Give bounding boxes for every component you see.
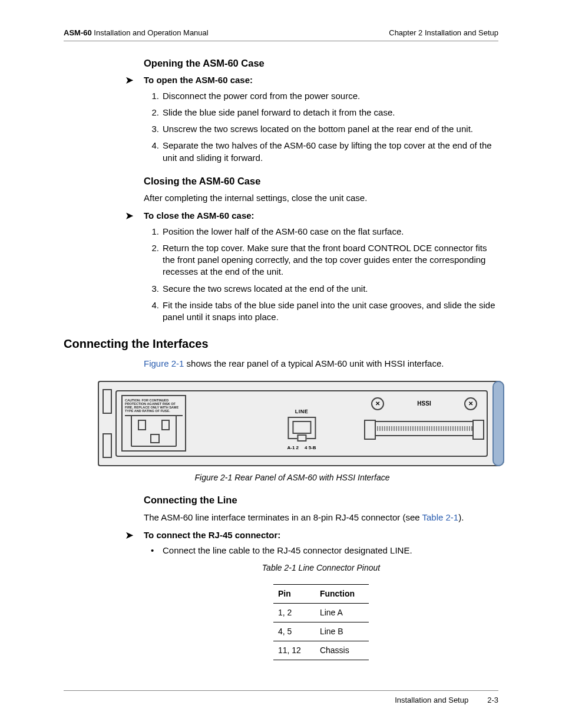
col-header-pin: Pin (273, 585, 315, 604)
line-intro: The ASM-60 line interface terminates in … (144, 512, 498, 523)
line-label: LINE (287, 408, 316, 415)
header-right: Chapter 2 Installation and Setup (389, 28, 498, 37)
device-panel-illustration: CAUTION: FOR CONTINUED PROTECTION AGAINS… (80, 381, 504, 466)
table-link[interactable]: Table 2-1 (422, 512, 458, 522)
rj45-lead-text: To connect the RJ-45 connector: (144, 530, 280, 540)
table-row: 11, 12 Chassis (273, 641, 369, 660)
heading-connecting-line: Connecting the Line (144, 493, 498, 506)
table-caption: Table 2-1 Line Connector Pinout (144, 562, 498, 574)
list-item: 1.Position the lower half of the ASM-60 … (163, 226, 498, 238)
hssi-connector-icon (373, 421, 475, 436)
open-steps-list: 1.Disconnect the power cord from the pow… (144, 90, 498, 164)
list-item: 2.Slide the blue side panel forward to d… (163, 107, 498, 118)
page-header: ASM-60 Installation and Operation Manual… (64, 28, 498, 41)
line-port-area: LINE A-1 2 4 5-B (287, 408, 316, 452)
header-manual: Installation and Operation Manual (92, 28, 209, 37)
list-item: 1.Disconnect the power cord from the pow… (163, 90, 498, 102)
open-lead-text: To open the ASM-60 case: (144, 75, 253, 85)
list-item: 2.Return the top cover. Make sure that t… (163, 242, 498, 278)
hssi-port-area: ✕ HSSI ✕ (371, 397, 477, 436)
arrow-icon: ➤ (125, 210, 134, 221)
figure-caption: Figure 2-1 Rear Panel of ASM-60 with HSS… (80, 472, 504, 483)
col-header-function: Function (315, 585, 369, 604)
header-product: ASM-60 (64, 28, 92, 37)
hssi-label: HSSI (417, 400, 431, 408)
page-footer: Installation and Setup 2-3 (64, 690, 498, 704)
blue-side-panel (492, 381, 504, 466)
list-item: 4.Separate the two halves of the ASM-60 … (163, 140, 498, 164)
list-item: 3.Unscrew the two screws located on the … (163, 123, 498, 135)
power-socket (131, 415, 177, 447)
procedure-lead-open: ➤ To open the ASM-60 case: (144, 74, 498, 86)
procedure-lead-rj45: ➤ To connect the RJ-45 connector: (144, 529, 498, 541)
pin-label-left: A-1 2 (287, 445, 299, 452)
figure-rear-panel: CAUTION: FOR CONTINUED PROTECTION AGAINS… (80, 381, 504, 466)
screw-icon: ✕ (371, 397, 384, 410)
table-row: 1, 2 Line A (273, 604, 369, 622)
power-supply-module: CAUTION: FOR CONTINUED PROTECTION AGAINS… (121, 395, 186, 452)
arrow-icon: ➤ (125, 530, 134, 541)
close-lead-text: To close the ASM-60 case: (144, 210, 254, 220)
rj45-bullet-list: Connect the line cable to the RJ-45 conn… (144, 545, 498, 556)
heading-opening-case: Opening the ASM-60 Case (144, 57, 498, 70)
screw-icon: ✕ (464, 397, 477, 410)
heading-connecting-interfaces: Connecting the Interfaces (64, 336, 498, 352)
pin-label-right: 4 5-B (305, 445, 316, 452)
table-header-row: Pin Function (273, 585, 369, 604)
footer-page-number: 2-3 (487, 696, 498, 704)
rj45-port-icon (287, 417, 316, 439)
caution-label: CAUTION: FOR CONTINUED PROTECTION AGAINS… (125, 398, 183, 416)
pinout-table: Pin Function 1, 2 Line A 4, 5 Line B 11,… (273, 584, 369, 660)
list-item: 4.Fit the inside tabs of the blue side p… (163, 299, 498, 324)
conn-intro: Figure 2-1 shows the rear panel of a typ… (144, 358, 498, 370)
header-left: ASM-60 Installation and Operation Manual (64, 28, 209, 37)
close-steps-list: 1.Position the lower half of the ASM-60 … (144, 226, 498, 324)
table-row: 4, 5 Line B (273, 622, 369, 641)
heading-closing-case: Closing the ASM-60 Case (144, 174, 498, 187)
list-item: Connect the line cable to the RJ-45 conn… (163, 545, 498, 556)
close-intro: After completing the internal settings, … (144, 192, 498, 204)
arrow-icon: ➤ (125, 75, 134, 85)
figure-link[interactable]: Figure 2-1 (144, 358, 184, 368)
procedure-lead-close: ➤ To close the ASM-60 case: (144, 210, 498, 222)
footer-section: Installation and Setup (395, 696, 468, 704)
list-item: 3.Secure the two screws located at the e… (163, 283, 498, 295)
